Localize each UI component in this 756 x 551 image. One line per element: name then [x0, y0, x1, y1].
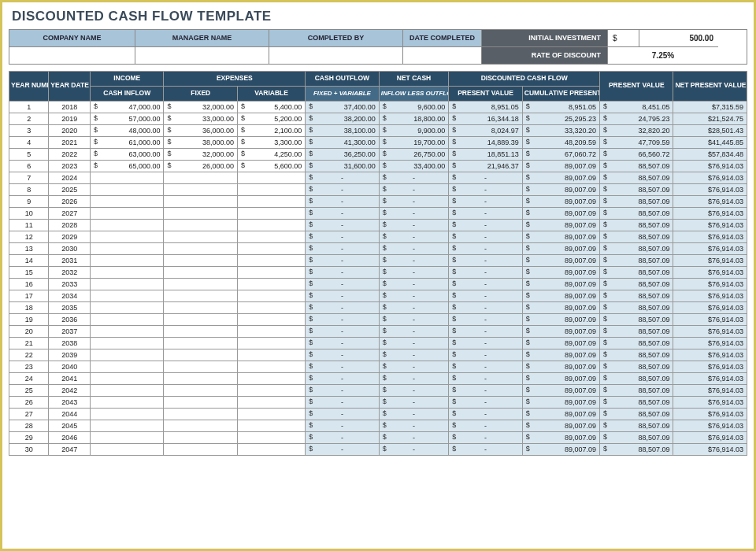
cell[interactable]: [164, 337, 237, 349]
cell-year-date[interactable]: 2021: [49, 136, 91, 148]
cell-year-date[interactable]: 2033: [49, 278, 91, 290]
cell[interactable]: $48,000.00: [91, 124, 164, 136]
cell[interactable]: [237, 242, 305, 254]
cell[interactable]: [91, 337, 164, 349]
cell[interactable]: [164, 443, 237, 455]
cell[interactable]: [237, 349, 305, 361]
cell[interactable]: [91, 207, 164, 219]
cell-year-date[interactable]: 2029: [49, 231, 91, 242]
cell[interactable]: [91, 313, 164, 325]
cell-year-date[interactable]: 2028: [49, 219, 91, 231]
cell[interactable]: [164, 349, 237, 361]
cell-year-date[interactable]: 2023: [49, 160, 91, 172]
cell[interactable]: [164, 290, 237, 301]
cell[interactable]: [91, 396, 164, 408]
cell[interactable]: [237, 372, 305, 384]
cell[interactable]: [164, 408, 237, 420]
cell[interactable]: $61,000.00: [91, 136, 164, 148]
cell[interactable]: $3,300.00: [237, 136, 305, 148]
cell[interactable]: $5,200.00: [237, 113, 305, 124]
cell-year-date[interactable]: 2037: [49, 325, 91, 337]
cell[interactable]: [237, 254, 305, 266]
cell[interactable]: [91, 219, 164, 231]
cell-year-date[interactable]: 2038: [49, 337, 91, 349]
cell[interactable]: [91, 431, 164, 443]
cell[interactable]: $36,000.00: [164, 124, 237, 136]
cell[interactable]: [164, 266, 237, 278]
cell[interactable]: $57,000.00: [91, 113, 164, 124]
cell-year-date[interactable]: 2024: [49, 172, 91, 183]
cell-year-date[interactable]: 2043: [49, 396, 91, 408]
cell[interactable]: [237, 290, 305, 301]
cell[interactable]: [91, 301, 164, 313]
initial-investment-value[interactable]: 500.00: [639, 30, 718, 46]
cell[interactable]: $5,600.00: [237, 160, 305, 172]
cell[interactable]: [237, 325, 305, 337]
cell[interactable]: [164, 431, 237, 443]
cell[interactable]: $26,000.00: [164, 160, 237, 172]
cell[interactable]: [164, 183, 237, 195]
cell-year-date[interactable]: 2022: [49, 148, 91, 160]
cell[interactable]: [91, 408, 164, 420]
cell[interactable]: [164, 254, 237, 266]
cell[interactable]: [91, 254, 164, 266]
cell[interactable]: [91, 266, 164, 278]
cell[interactable]: [164, 231, 237, 242]
cell[interactable]: [164, 242, 237, 254]
cell[interactable]: [164, 278, 237, 290]
cell[interactable]: [91, 290, 164, 301]
cell[interactable]: [237, 396, 305, 408]
cell[interactable]: [91, 420, 164, 431]
cell-year-date[interactable]: 2026: [49, 195, 91, 207]
cell[interactable]: [237, 313, 305, 325]
cell[interactable]: [164, 301, 237, 313]
cell[interactable]: $65,000.00: [91, 160, 164, 172]
cell[interactable]: [164, 384, 237, 396]
cell[interactable]: [164, 172, 237, 183]
cell-year-date[interactable]: 2045: [49, 420, 91, 431]
cell[interactable]: [237, 361, 305, 372]
completed-by-input[interactable]: [269, 46, 403, 64]
cell[interactable]: [237, 219, 305, 231]
cell[interactable]: [237, 278, 305, 290]
cell[interactable]: $32,000.00: [164, 148, 237, 160]
cell[interactable]: [237, 266, 305, 278]
cell[interactable]: [164, 420, 237, 431]
cell-year-date[interactable]: 2030: [49, 242, 91, 254]
cell-year-date[interactable]: 2039: [49, 349, 91, 361]
cell[interactable]: [237, 384, 305, 396]
cell[interactable]: [237, 183, 305, 195]
cell-year-date[interactable]: 2025: [49, 183, 91, 195]
cell[interactable]: $33,000.00: [164, 113, 237, 124]
cell[interactable]: [91, 278, 164, 290]
cell[interactable]: [237, 301, 305, 313]
cell[interactable]: [164, 313, 237, 325]
cell[interactable]: [91, 443, 164, 455]
cell[interactable]: [237, 207, 305, 219]
rate-of-discount-value[interactable]: 7.25%: [608, 46, 718, 64]
cell[interactable]: [164, 372, 237, 384]
cell[interactable]: [237, 337, 305, 349]
cell[interactable]: [164, 361, 237, 372]
cell[interactable]: $38,000.00: [164, 136, 237, 148]
cell-year-date[interactable]: 2042: [49, 384, 91, 396]
initial-investment-currency[interactable]: $: [608, 30, 639, 46]
company-name-input[interactable]: [9, 46, 135, 64]
cell[interactable]: [237, 420, 305, 431]
cell[interactable]: [91, 231, 164, 242]
cell[interactable]: [164, 195, 237, 207]
cell-year-date[interactable]: 2036: [49, 313, 91, 325]
cell-year-date[interactable]: 2031: [49, 254, 91, 266]
date-completed-input[interactable]: [403, 46, 482, 64]
cell[interactable]: [237, 172, 305, 183]
cell[interactable]: [91, 242, 164, 254]
cell[interactable]: [164, 219, 237, 231]
cell-year-date[interactable]: 2041: [49, 372, 91, 384]
cell[interactable]: [91, 372, 164, 384]
cell[interactable]: $2,100.00: [237, 124, 305, 136]
cell[interactable]: [91, 361, 164, 372]
cell[interactable]: [237, 431, 305, 443]
cell-year-date[interactable]: 2040: [49, 361, 91, 372]
cell[interactable]: [237, 195, 305, 207]
cell[interactable]: [91, 183, 164, 195]
